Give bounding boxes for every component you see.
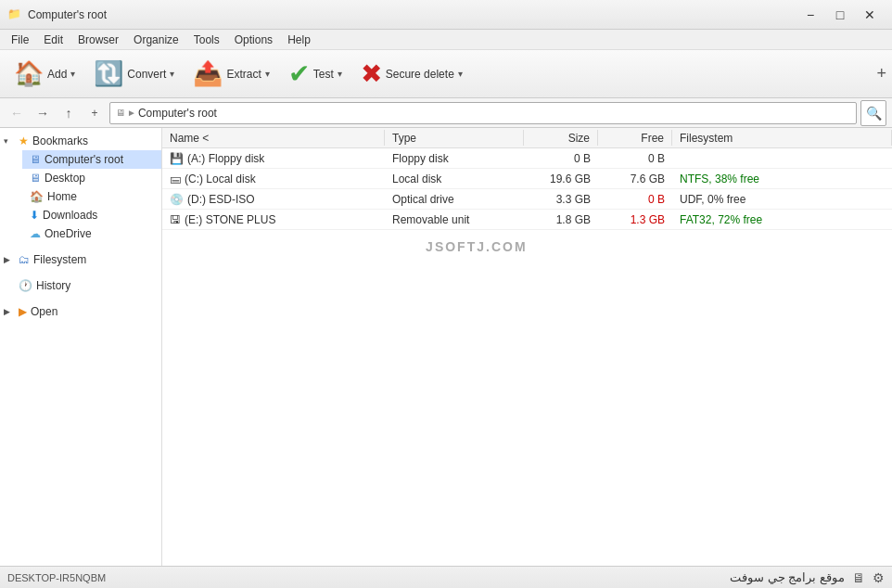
open-expand-icon: ▶ bbox=[4, 307, 15, 316]
menu-options[interactable]: Options bbox=[227, 32, 280, 48]
secure-delete-button[interactable]: ✖ Secure delete ▾ bbox=[352, 55, 471, 94]
menu-organize[interactable]: Organize bbox=[126, 32, 186, 48]
filelist: Name < Type Size Free Filesystem 💾 (A:) … bbox=[162, 128, 892, 566]
table-row[interactable]: 🖴 (C:) Local disk Local disk 19.6 GB 7.6… bbox=[162, 169, 892, 189]
home-icon: 🏠 bbox=[30, 190, 44, 203]
open-section: ▶ ▶ Open bbox=[0, 302, 161, 321]
menu-help[interactable]: Help bbox=[280, 32, 318, 48]
sidebar-item-onedrive-label: OneDrive bbox=[45, 227, 92, 240]
col-header-size[interactable]: Size bbox=[524, 130, 598, 146]
add-button[interactable]: 🏠 Add ▾ bbox=[6, 55, 83, 94]
close-button[interactable]: ✕ bbox=[855, 6, 885, 24]
cell-size-0: 0 B bbox=[524, 152, 598, 165]
address-path[interactable]: 🖥 ► Computer's root bbox=[109, 102, 857, 124]
col-header-name[interactable]: Name < bbox=[162, 130, 385, 146]
menu-edit[interactable]: Edit bbox=[36, 32, 70, 48]
path-computer-icon: 🖥 bbox=[116, 108, 125, 118]
menu-file[interactable]: File bbox=[4, 32, 36, 48]
col-header-fs[interactable]: Filesystem bbox=[672, 130, 892, 146]
add-label: Add bbox=[47, 68, 67, 81]
sidebar-item-computer-root-label: Computer's root bbox=[45, 153, 123, 166]
cell-name-0: 💾 (A:) Floppy disk bbox=[162, 152, 385, 165]
cell-type-3: Removable unit bbox=[385, 213, 524, 226]
cell-fs-1: NTFS, 38% free bbox=[672, 173, 892, 185]
minimize-button[interactable]: − bbox=[796, 6, 825, 24]
back-button[interactable]: ← bbox=[6, 102, 28, 124]
sidebar-item-desktop[interactable]: 🖥 Desktop bbox=[22, 169, 161, 187]
cell-free-3: 1.3 GB bbox=[598, 213, 672, 226]
filesystem-expand-icon: ▶ bbox=[4, 255, 15, 264]
search-button[interactable]: 🔍 bbox=[860, 100, 886, 126]
cell-size-1: 19.6 GB bbox=[524, 173, 598, 185]
open-icon: ▶ bbox=[19, 305, 27, 318]
titlebar: 📁 Computer's root − □ ✕ bbox=[0, 0, 892, 30]
menubar: File Edit Browser Organize Tools Options… bbox=[0, 30, 892, 50]
sidebar-history-header[interactable]: 🕐 History bbox=[0, 276, 161, 295]
up-button[interactable]: ↑ bbox=[57, 102, 80, 124]
sidebar-item-home-label: Home bbox=[47, 190, 77, 203]
table-row[interactable]: 💾 (A:) Floppy disk Floppy disk 0 B 0 B bbox=[162, 148, 892, 169]
desktop-icon: 🖥 bbox=[30, 172, 41, 185]
settings-icon: ⚙ bbox=[873, 570, 885, 585]
new-tab-button[interactable]: + bbox=[83, 102, 106, 124]
cell-name-2: 💿 (D:) ESD-ISO bbox=[162, 193, 385, 206]
addressbar: ← → ↑ + 🖥 ► Computer's root 🔍 bbox=[0, 98, 892, 128]
sidebar-item-downloads-label: Downloads bbox=[43, 209, 97, 222]
bookmarks-expand-icon: ▾ bbox=[4, 136, 15, 146]
toolbar-plus[interactable]: + bbox=[876, 64, 886, 83]
onedrive-icon: ☁ bbox=[30, 227, 41, 240]
sidebar-item-home[interactable]: 🏠 Home bbox=[22, 187, 161, 206]
sidebar-item-onedrive[interactable]: ☁ OneDrive bbox=[22, 224, 161, 243]
extract-button[interactable]: 📤 Extract ▾ bbox=[185, 55, 277, 94]
sidebar-bookmarks-header[interactable]: ▾ ★ Bookmarks bbox=[0, 132, 161, 150]
convert-icon: 🔃 bbox=[94, 59, 123, 88]
sidebar-open-header[interactable]: ▶ ▶ Open bbox=[0, 302, 161, 321]
convert-button[interactable]: 🔃 Convert ▾ bbox=[85, 55, 183, 94]
open-label: Open bbox=[31, 305, 57, 318]
cell-name-1: 🖴 (C:) Local disk bbox=[162, 173, 385, 185]
bookmarks-label: Bookmarks bbox=[32, 134, 88, 147]
sidebar-filesystem-header[interactable]: ▶ 🗂 Filesystem bbox=[0, 250, 161, 269]
watermark: JSOFTJ.COM bbox=[426, 239, 527, 254]
table-row[interactable]: 🖫 (E:) STONE PLUS Removable unit 1.8 GB … bbox=[162, 210, 892, 230]
menu-browser[interactable]: Browser bbox=[70, 32, 126, 48]
extract-dropdown-arrow[interactable]: ▾ bbox=[265, 69, 270, 79]
filesystem-icon: 🗂 bbox=[19, 253, 30, 266]
file-icon-2: 💿 bbox=[170, 193, 184, 206]
sidebar-item-downloads[interactable]: ⬇ Downloads bbox=[22, 206, 161, 224]
bookmarks-children: 🖥 Computer's root 🖥 Desktop 🏠 Home ⬇ Dow… bbox=[0, 150, 161, 243]
bookmarks-star-icon: ★ bbox=[19, 134, 29, 147]
app-icon: 📁 bbox=[7, 7, 22, 22]
computer-name: DESKTOP-IR5NQBM bbox=[7, 572, 106, 583]
path-separator: ► bbox=[127, 108, 136, 118]
menu-tools[interactable]: Tools bbox=[186, 32, 227, 48]
sidebar-item-desktop-label: Desktop bbox=[45, 172, 85, 185]
table-row[interactable]: 💿 (D:) ESD-ISO Optical drive 3.3 GB 0 B … bbox=[162, 189, 892, 210]
test-dropdown-arrow[interactable]: ▾ bbox=[338, 69, 342, 79]
filesystem-section: ▶ 🗂 Filesystem bbox=[0, 250, 161, 269]
test-icon: ✔ bbox=[288, 58, 310, 89]
file-icon-1: 🖴 bbox=[170, 173, 181, 185]
extract-label: Extract bbox=[226, 68, 261, 81]
add-dropdown-arrow[interactable]: ▾ bbox=[70, 69, 75, 79]
toolbar: 🏠 Add ▾ 🔃 Convert ▾ 📤 Extract ▾ ✔ Test ▾… bbox=[0, 50, 892, 98]
secure-delete-dropdown-arrow[interactable]: ▾ bbox=[458, 69, 463, 79]
network-icon: 🖥 bbox=[852, 570, 865, 585]
maximize-button[interactable]: □ bbox=[825, 6, 855, 24]
file-icon-0: 💾 bbox=[170, 152, 184, 165]
extract-icon: 📤 bbox=[193, 59, 223, 88]
forward-button[interactable]: → bbox=[32, 102, 54, 124]
column-headers: Name < Type Size Free Filesystem bbox=[162, 128, 892, 148]
cell-free-0: 0 B bbox=[598, 152, 672, 165]
col-header-free[interactable]: Free bbox=[598, 130, 672, 146]
cell-name-3: 🖫 (E:) STONE PLUS bbox=[162, 213, 385, 226]
test-button[interactable]: ✔ Test ▾ bbox=[280, 55, 350, 94]
sidebar-item-computer-root[interactable]: 🖥 Computer's root bbox=[22, 150, 161, 169]
cell-size-2: 3.3 GB bbox=[524, 193, 598, 206]
col-header-type[interactable]: Type bbox=[385, 130, 524, 146]
arabic-watermark: موقع برامج جي سوفت bbox=[730, 570, 845, 584]
convert-dropdown-arrow[interactable]: ▾ bbox=[170, 69, 174, 79]
filesystem-label: Filesystem bbox=[33, 253, 86, 266]
history-section: 🕐 History bbox=[0, 276, 161, 295]
window-controls: − □ ✕ bbox=[796, 6, 885, 24]
